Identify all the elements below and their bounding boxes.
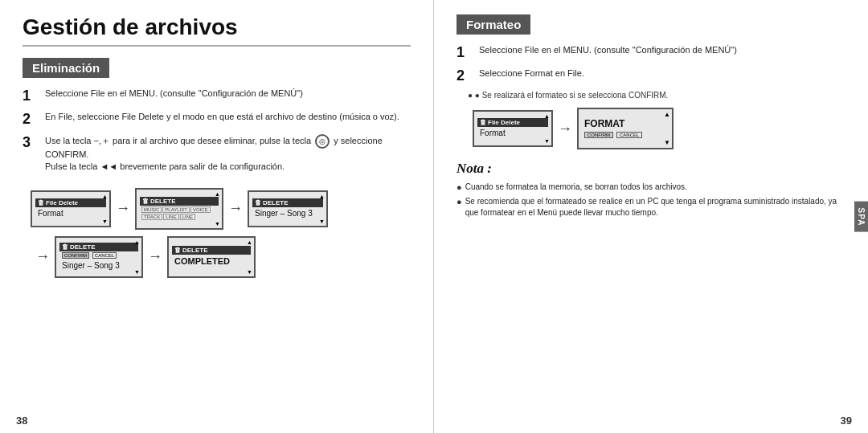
step-r2-text: Seleccione Format en File. xyxy=(479,67,584,80)
scroll-up-icon-2: ▲ xyxy=(215,191,220,197)
trash-icon-2: 🗑 xyxy=(142,198,149,205)
step-2-number: 2 xyxy=(23,111,40,128)
page-number-right: 39 xyxy=(841,415,852,427)
left-page: Gestión de archivos Eliminación 1 Selecc… xyxy=(0,0,434,433)
section-header-formateo: Formateo xyxy=(457,14,530,35)
page-title: Gestión de archivos xyxy=(23,14,411,47)
step-r2: 2 Seleccione Format en File. xyxy=(457,67,845,84)
diagram-row-2: → 🗑 DELETE CONFIRM CANCEL Singer – Song … xyxy=(31,236,403,278)
delete-menu: MUSIC PLAYLIST VOICE TRACK LINE LINE xyxy=(140,206,219,221)
scroll-up-icon: ▲ xyxy=(102,194,108,199)
arrow-3: → xyxy=(35,248,50,265)
lcd-box-delete-song: 🗑 DELETE Singer – Song 3 ▲ ▼ xyxy=(248,190,328,227)
step-1: 1 Seleccione File en el MENU. (consulte … xyxy=(23,88,411,104)
lcd-box-filedelete: 🗑 File Delete Format ▲ ▼ xyxy=(31,190,111,227)
scroll-down-icon: ▼ xyxy=(102,219,108,224)
format-confirm-btn: CONFIRM xyxy=(584,132,613,138)
nota-section: Nota : ● Cuando se formatea la memoria, … xyxy=(457,161,845,219)
trash-icon-3: 🗑 xyxy=(255,199,261,206)
scroll-up-icon-4: ▲ xyxy=(134,239,140,245)
nota-item-2: ● Se recomienda que el formateado se rea… xyxy=(457,196,845,219)
trash-icon-5: 🗑 xyxy=(174,247,181,254)
confirm-btn: CONFIRM xyxy=(62,252,89,259)
step-3: 3 Use la tecla −,＋ para ir al archivo qu… xyxy=(23,134,411,174)
confirm-cancel-row: CONFIRM CANCEL xyxy=(59,251,138,259)
step-2: 2 En File, seleccione File Delete y el m… xyxy=(23,111,411,128)
step-r2-content: Seleccione Format en File. xyxy=(479,67,584,80)
diagram-row-1: 🗑 File Delete Format ▲ ▼ → xyxy=(31,188,403,230)
arrow-1: → xyxy=(116,200,130,217)
format-diagram: 🗑 File Delete Format ▲ ▼ → FORMAT CONFIR… xyxy=(473,108,845,149)
scroll-down-icon-4: ▼ xyxy=(134,269,140,275)
nota-title: Nota : xyxy=(457,161,845,177)
scroll-up-r: ▲ xyxy=(544,113,550,119)
lcd-box-delete-completed: 🗑 DELETE COMPLETED ▲ ▼ xyxy=(167,236,256,278)
scroll-down-icon-5: ▼ xyxy=(247,269,252,275)
trash-icon: 🗑 xyxy=(38,199,44,206)
page-number-left: 38 xyxy=(16,415,27,427)
lcd-box-delete-confirm: 🗑 DELETE CONFIRM CANCEL Singer – Song 3 … xyxy=(55,236,143,278)
lcd-header-text: File Delete xyxy=(46,199,78,206)
scroll-down-icon-3: ▼ xyxy=(319,219,325,224)
trash-icon-r: 🗑 xyxy=(480,119,486,126)
scroll-up-icon-5: ▲ xyxy=(247,239,252,245)
lcd-box-format-right: FORMAT CONFIRM CANCEL ▲ ▼ xyxy=(577,108,674,149)
nota-text-2: Se recomienda que el formateado se reali… xyxy=(465,196,845,219)
step-1-text: Seleccione File en el MENU. (consulte "C… xyxy=(45,88,303,100)
nota-item-1: ● Cuando se formatea la memoria, se borr… xyxy=(457,182,845,193)
step-r1-text: Seleccione File en el MENU. (consulte "C… xyxy=(479,44,737,56)
format-buttons: CONFIRM CANCEL xyxy=(582,130,669,140)
step-1-number: 1 xyxy=(23,88,40,104)
right-page: Formateo 1 Seleccione File en el MENU. (… xyxy=(434,0,868,433)
lcd-box-delete-menu: 🗑 DELETE MUSIC PLAYLIST VOICE TRACK LINE… xyxy=(135,188,223,230)
step-r1-number: 1 xyxy=(457,44,474,61)
step-3-text: Use la tecla −,＋ para ir al archivo que … xyxy=(45,134,411,174)
bullet-2: ● xyxy=(457,197,462,206)
spa-tab: SPA xyxy=(854,201,868,232)
scroll-down-r: ▼ xyxy=(544,138,550,144)
lcd-box-format-left: 🗑 File Delete Format ▲ ▼ xyxy=(473,110,553,147)
format-note: ● Se realizará el formateo si se selecci… xyxy=(468,91,845,100)
diagram-eliminacion: 🗑 File Delete Format ▲ ▼ → xyxy=(23,182,411,291)
arrow-4: → xyxy=(148,248,162,265)
scroll-down-icon-2: ▼ xyxy=(215,221,220,227)
bullet-1: ● xyxy=(457,182,462,192)
step-r2-number: 2 xyxy=(457,67,474,84)
trash-icon-4: 🗑 xyxy=(62,243,68,251)
scroll-up-icon-3: ▲ xyxy=(319,194,325,199)
step-3-number: 3 xyxy=(23,134,40,151)
nota-text-1: Cuando se formatea la memoria, se borran… xyxy=(465,182,687,193)
cancel-btn: CANCEL xyxy=(92,252,117,259)
arrow-r1: → xyxy=(558,121,572,137)
format-cancel-btn: CANCEL xyxy=(616,132,642,138)
arrow-2: → xyxy=(228,200,243,217)
scroll-up-fmt: ▲ xyxy=(664,111,670,118)
page-container: Gestión de archivos Eliminación 1 Selecc… xyxy=(0,0,868,433)
section-header-eliminacion: Eliminación xyxy=(23,58,109,78)
confirm-button-icon: ◎ xyxy=(315,134,330,149)
delete-header-text: DELETE xyxy=(150,198,176,205)
step-2-text: En File, seleccione File Delete y el mod… xyxy=(45,111,399,123)
step-r1: 1 Seleccione File en el MENU. (consulte … xyxy=(457,44,845,61)
scroll-down-fmt: ▼ xyxy=(664,139,670,146)
